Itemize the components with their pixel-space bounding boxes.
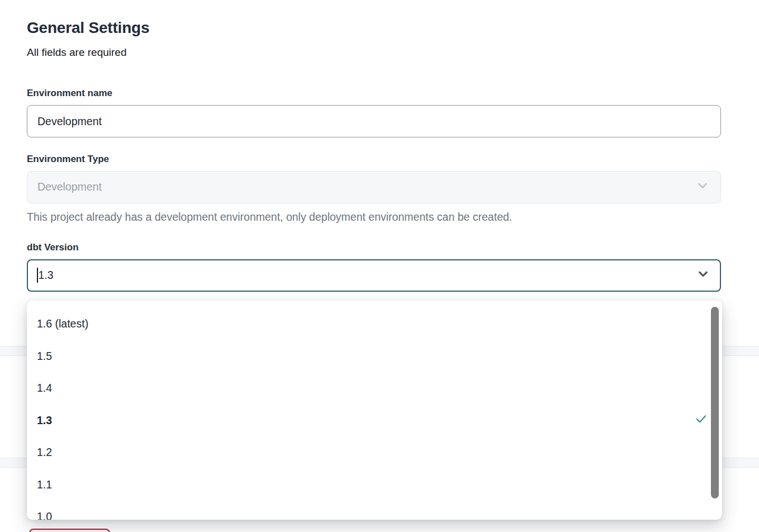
dropdown-option[interactable]: 1.5 (27, 340, 722, 373)
option-label: 1.3 (37, 414, 52, 427)
check-icon (695, 412, 708, 428)
chevron-down-icon (695, 178, 710, 196)
scrollbar-thumb[interactable] (711, 307, 719, 498)
environment-type-help: This project already has a development e… (27, 211, 721, 223)
dbt-version-combobox[interactable]: 1.3 (27, 259, 721, 292)
option-label: 1.6 (latest) (37, 317, 88, 330)
dbt-version-label: dbt Version (27, 243, 721, 253)
environment-type-label: Environment Type (27, 154, 721, 165)
delete-button[interactable] (29, 529, 110, 532)
option-label: 1.1 (37, 478, 52, 491)
dbt-version-dropdown-menu: 1.6 (latest) 1.5 1.4 1.3 1.2 1.1 1.0 (27, 301, 722, 520)
text-cursor (37, 268, 38, 283)
dbt-version-value: 1.3 (39, 269, 54, 282)
dropdown-option[interactable]: 1.6 (latest) (27, 308, 722, 340)
option-label: 1.0 (37, 510, 52, 520)
dropdown-option[interactable]: 1.1 (27, 469, 722, 501)
environment-type-select: Development (27, 171, 721, 203)
option-label: 1.2 (37, 446, 52, 459)
dropdown-option-selected[interactable]: 1.3 (27, 405, 722, 437)
option-label: 1.4 (37, 382, 52, 395)
dropdown-option[interactable]: 1.4 (27, 372, 722, 405)
dropdown-option[interactable]: 1.2 (27, 436, 722, 469)
general-settings-page: General Settings All fields are required… (0, 18, 748, 292)
environment-name-input[interactable] (27, 105, 721, 137)
environment-name-label: Environment name (27, 88, 721, 99)
option-label: 1.5 (37, 350, 52, 363)
environment-type-value: Development (37, 180, 102, 193)
page-title: General Settings (27, 18, 721, 37)
chevron-down-icon[interactable] (695, 266, 711, 284)
dropdown-option[interactable]: 1.0 (27, 501, 722, 520)
page-subtitle: All fields are required (27, 46, 721, 59)
